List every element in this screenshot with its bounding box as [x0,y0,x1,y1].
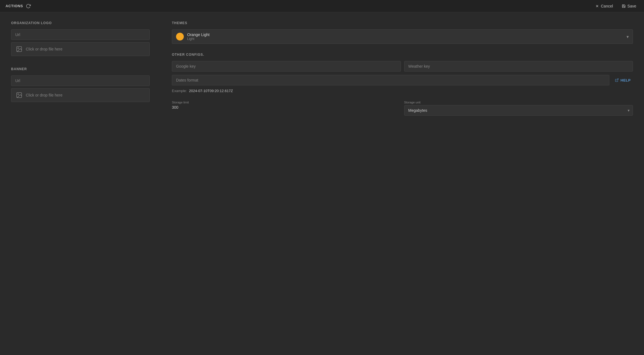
other-configs-title: OTHER CONFIGS. [172,53,633,57]
banner-file-drop[interactable]: Click or drop file here [11,88,150,102]
storage-unit-wrapper: Megabytes Gigabytes Kilobytes [404,105,633,116]
svg-point-5 [18,94,19,95]
help-button[interactable]: HELP [613,75,633,85]
example-label: Example: [172,89,187,93]
cancel-button[interactable]: Cancel [593,3,615,9]
org-logo-title: ORGANIZATION LOGO [11,21,150,25]
storage-unit-label: Storage unit [404,101,633,104]
dates-format-input[interactable] [172,75,609,85]
weather-key-input[interactable] [404,61,633,72]
refresh-icon[interactable] [26,4,31,9]
google-key-input[interactable] [172,61,401,72]
storage-unit-select[interactable]: Megabytes Gigabytes Kilobytes [404,105,633,116]
banner-url-input[interactable] [11,75,150,86]
svg-line-6 [617,79,618,80]
image-icon-2 [16,92,22,98]
themes-section: THEMES Orange Light Light ▾ [172,21,633,44]
org-logo-drop-label: Click or drop file here [26,47,62,51]
theme-color-dot [176,33,184,40]
main-content: ORGANIZATION LOGO Click or drop file her… [0,12,644,355]
save-button[interactable]: Save [620,3,638,9]
banner-title: BANNER [11,67,150,71]
org-logo-url-input[interactable] [11,29,150,40]
top-bar: ACTIONS Cancel Save [0,0,644,12]
chevron-down-icon: ▾ [627,34,629,39]
org-logo-section: ORGANIZATION LOGO Click or drop file her… [11,21,150,56]
theme-selector[interactable]: Orange Light Light ▾ [172,29,633,44]
org-logo-file-drop[interactable]: Click or drop file here [11,42,150,56]
storage-limit-label: Storage limit [172,101,401,104]
example-row: Example: 2024-07-10T09:20:12.617Z [172,87,633,95]
example-value: 2024-07-10T09:20:12.617Z [189,89,233,93]
storage-limit-value: 300 [172,105,178,110]
storage-unit-label-row: Storage unit Megabytes Gigabytes Kilobyt… [404,101,633,116]
banner-drop-label: Click or drop file here [26,93,62,97]
right-panel: THEMES Orange Light Light ▾ OTHER CONFIG… [172,21,633,346]
theme-selector-left: Orange Light Light [176,32,210,41]
storage-row: Storage limit 300 Storage unit Megabytes… [172,101,633,116]
banner-section: BANNER Click or drop file here [11,67,150,102]
svg-point-3 [18,48,19,49]
help-label: HELP [620,78,631,82]
external-link-icon [615,78,619,82]
top-bar-right: Cancel Save [593,3,638,9]
top-bar-left: ACTIONS [6,4,31,9]
left-panel: ORGANIZATION LOGO Click or drop file her… [11,21,150,346]
theme-type: Light [187,37,210,41]
actions-label: ACTIONS [6,4,23,8]
save-icon [622,4,626,8]
storage-unit-container: Storage unit Megabytes Gigabytes Kilobyt… [404,101,633,116]
other-configs-section: OTHER CONFIGS. HELP [172,53,633,116]
storage-limit-container: Storage limit 300 [172,101,401,110]
dates-format-row: HELP [172,75,633,85]
theme-name: Orange Light [187,32,210,37]
api-keys-row [172,61,633,72]
theme-info: Orange Light Light [187,32,210,41]
image-icon [16,46,22,52]
x-icon [595,4,599,8]
themes-title: THEMES [172,21,633,25]
